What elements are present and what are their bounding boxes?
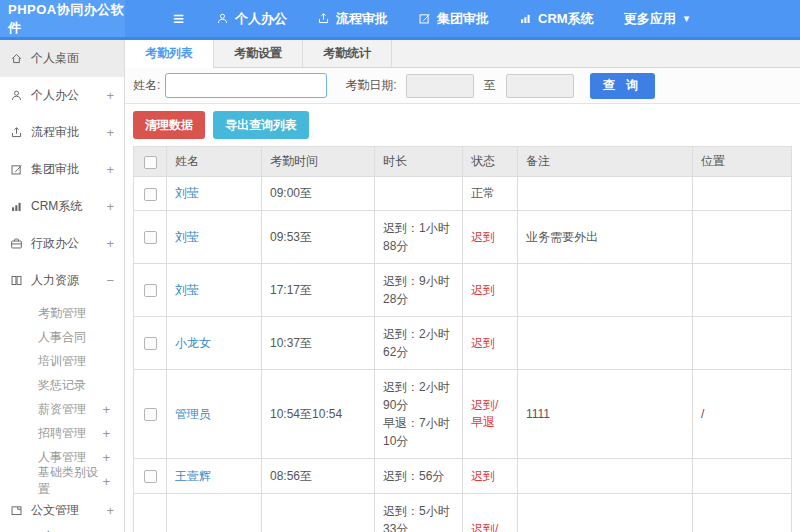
- row-checkbox[interactable]: [144, 188, 157, 201]
- column-header: 考勤时间: [262, 147, 375, 177]
- briefcase-icon: [10, 237, 23, 250]
- sidebar-subitem-label: 培训管理: [38, 353, 86, 370]
- tab-strip: 考勤列表考勤设置考勤统计: [125, 40, 800, 68]
- topbar-right: ≡ 个人办公流程审批集团审批CRM系统更多应用▾: [125, 0, 800, 37]
- column-header: 备注: [518, 147, 693, 177]
- nav-item-1[interactable]: 个人办公: [216, 10, 287, 28]
- time-cell: 09:00至: [262, 177, 375, 211]
- doc-icon: [10, 504, 23, 517]
- status-badge: 迟到/早退: [471, 522, 498, 532]
- note-cell: [518, 177, 693, 211]
- action-bar: 清理数据 导出查询列表: [125, 104, 800, 146]
- note-cell: 1111: [518, 370, 693, 459]
- time-cell: 09:53至: [262, 211, 375, 264]
- nav-item-2[interactable]: 流程审批: [317, 10, 388, 28]
- topbar: PHPOA协同办公软件 ≡ 个人办公流程审批集团审批CRM系统更多应用▾: [0, 0, 800, 40]
- sidebar-subitem-3[interactable]: 培训管理: [0, 349, 124, 373]
- row-checkbox[interactable]: [144, 337, 157, 350]
- nav-item-5[interactable]: 更多应用▾: [624, 10, 690, 28]
- row-checkbox[interactable]: [144, 231, 157, 244]
- sidebar-subitem-4[interactable]: 奖惩记录: [0, 373, 124, 397]
- sidebar-subitem-label: 人事合同: [38, 329, 86, 346]
- sidebar-item-4[interactable]: 集团审批+: [0, 151, 124, 188]
- name-cell: 黄蓉: [167, 494, 262, 532]
- filter-bar: 姓名: 考勤日期: 至 查 询: [125, 68, 800, 104]
- export-list-button[interactable]: 导出查询列表: [213, 111, 309, 139]
- date-from-input[interactable]: [406, 74, 474, 98]
- sidebar-submenu: 考勤管理人事合同培训管理奖惩记录薪资管理+招聘管理+人事管理+基础类别设置+: [0, 299, 124, 497]
- select-all-checkbox[interactable]: [144, 156, 157, 169]
- name-cell: 刘莹: [167, 264, 262, 317]
- expand-toggle-icon[interactable]: +: [102, 426, 110, 441]
- tab-2[interactable]: 考勤设置: [214, 40, 303, 67]
- expand-toggle-icon[interactable]: +: [106, 125, 114, 140]
- app-logo: PHPOA协同办公软件: [0, 0, 125, 37]
- employee-name-link[interactable]: 刘莹: [175, 230, 199, 244]
- top-nav: 个人办公流程审批集团审批CRM系统更多应用▾: [216, 10, 719, 28]
- sidebar-item-9[interactable]: 用车管理+: [0, 524, 124, 532]
- employee-name-link[interactable]: 刘莹: [175, 186, 199, 200]
- column-header: 位置: [693, 147, 792, 177]
- sidebar-subitem-1[interactable]: 考勤管理: [0, 301, 124, 325]
- sidebar-item-6[interactable]: 行政办公+: [0, 225, 124, 262]
- employee-name-link[interactable]: 王壹辉: [175, 469, 211, 483]
- name-cell: 刘莹: [167, 177, 262, 211]
- table-row: 管理员10:54至10:54迟到：2小时90分早退：7小时10分迟到/早退111…: [134, 370, 792, 459]
- time-cell: 17:17至: [262, 264, 375, 317]
- sidebar-item-label: 行政办公: [31, 235, 79, 252]
- sidebar-item-7[interactable]: 人力资源−: [0, 262, 124, 299]
- row-checkbox[interactable]: [144, 408, 157, 421]
- sidebar-item-label: 个人办公: [31, 87, 79, 104]
- duration-cell: 迟到：1小时88分: [375, 211, 463, 264]
- tab-3[interactable]: 考勤统计: [303, 40, 392, 67]
- row-checkbox[interactable]: [144, 284, 157, 297]
- date-to-input[interactable]: [506, 74, 574, 98]
- sidebar-item-2[interactable]: 个人办公+: [0, 77, 124, 114]
- menu-icon[interactable]: ≡: [173, 9, 184, 28]
- status-badge: 迟到: [471, 469, 495, 483]
- expand-toggle-icon[interactable]: +: [102, 402, 110, 417]
- caret-down-icon: ▾: [684, 12, 690, 25]
- sidebar-subitem-6[interactable]: 招聘管理+: [0, 421, 124, 445]
- expand-toggle-icon[interactable]: +: [102, 474, 110, 489]
- name-cell: 王壹辉: [167, 459, 262, 494]
- employee-name-link[interactable]: 管理员: [175, 407, 211, 421]
- duration-cell: 迟到：2小时90分早退：7小时10分: [375, 370, 463, 459]
- sidebar-subitem-label: 人事管理: [38, 449, 86, 466]
- row-checkbox-cell: [134, 494, 167, 532]
- date-label: 考勤日期:: [345, 77, 396, 94]
- expand-toggle-icon[interactable]: +: [102, 450, 110, 465]
- name-input[interactable]: [165, 73, 327, 98]
- sidebar-subitem-2[interactable]: 人事合同: [0, 325, 124, 349]
- query-button[interactable]: 查 询: [590, 73, 655, 99]
- sidebar-item-1[interactable]: 个人桌面: [0, 40, 124, 77]
- expand-toggle-icon[interactable]: +: [106, 199, 114, 214]
- nav-item-label: 个人办公: [235, 10, 287, 28]
- clean-data-button[interactable]: 清理数据: [133, 111, 205, 139]
- duration-line: 迟到：2小时62分: [383, 325, 454, 361]
- sidebar-subitem-8[interactable]: 基础类别设置+: [0, 469, 124, 493]
- expand-toggle-icon[interactable]: +: [106, 88, 114, 103]
- expand-toggle-icon[interactable]: +: [106, 162, 114, 177]
- employee-name-link[interactable]: 小龙女: [175, 336, 211, 350]
- expand-toggle-icon[interactable]: −: [106, 273, 114, 288]
- row-checkbox[interactable]: [144, 470, 157, 483]
- attendance-table-wrap: 姓名考勤时间时长状态备注位置 刘莹09:00至正常刘莹09:53至迟到：1小时8…: [125, 146, 800, 532]
- status-cell: 迟到: [463, 459, 518, 494]
- expand-toggle-icon[interactable]: +: [106, 503, 114, 518]
- employee-name-link[interactable]: 刘莹: [175, 283, 199, 297]
- nav-item-4[interactable]: CRM系统: [519, 10, 594, 28]
- expand-toggle-icon[interactable]: +: [106, 236, 114, 251]
- sidebar-subitem-5[interactable]: 薪资管理+: [0, 397, 124, 421]
- location-cell: [693, 177, 792, 211]
- duration-cell: 迟到：5小时33分早退：4小时67分: [375, 494, 463, 532]
- tab-1[interactable]: 考勤列表: [125, 40, 214, 68]
- status-badge: 迟到: [471, 283, 495, 297]
- name-cell: 小龙女: [167, 317, 262, 370]
- duration-line: 迟到：2小时90分: [383, 378, 454, 414]
- sidebar-item-8[interactable]: 公文管理+: [0, 497, 124, 524]
- sidebar-item-5[interactable]: CRM系统+: [0, 188, 124, 225]
- sidebar-item-3[interactable]: 流程审批+: [0, 114, 124, 151]
- table-row: 王壹辉08:56至迟到：56分迟到: [134, 459, 792, 494]
- nav-item-3[interactable]: 集团审批: [418, 10, 489, 28]
